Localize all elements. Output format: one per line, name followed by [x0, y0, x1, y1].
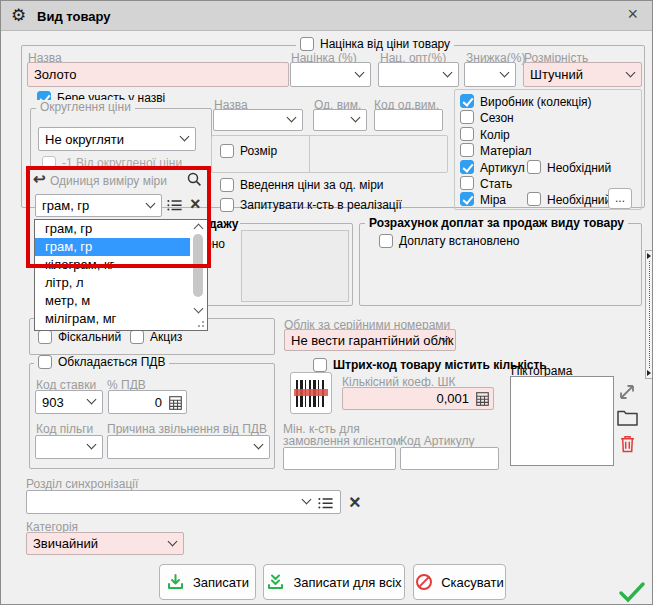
splitter-arrow-icon: [647, 253, 651, 259]
chevron-down-icon: [168, 536, 178, 546]
resize-grip[interactable]: [196, 319, 204, 327]
vat-checkbox[interactable]: [38, 355, 52, 369]
window-title: Вид товару: [37, 9, 110, 24]
scroll-up-icon[interactable]: [194, 224, 204, 234]
scroll-down-icon[interactable]: [194, 304, 204, 314]
barcode-button[interactable]: [290, 372, 332, 414]
chevron-down-icon: [355, 67, 365, 77]
exemption-reason-combo[interactable]: [107, 435, 270, 459]
chevron-down-icon: [287, 113, 297, 123]
rounding-combo[interactable]: Не округляти: [38, 127, 196, 151]
excise-checkbox[interactable]: Акциз: [130, 330, 182, 344]
required-checkbox[interactable]: [527, 160, 541, 174]
chevron-down-icon: [626, 67, 636, 77]
dropdown-item[interactable]: кілограм, кг: [35, 256, 190, 274]
min-qty-label-line2: замовлення клієнтом: [283, 434, 401, 448]
size-checkbox[interactable]: Розмір: [220, 144, 277, 158]
calculator-icon[interactable]: [169, 396, 182, 410]
save-for-all-button[interactable]: Записати для всіх: [263, 564, 405, 600]
dropdown-item[interactable]: грам, гр: [35, 238, 190, 256]
more-button[interactable]: ...: [608, 188, 632, 209]
calculator-icon[interactable]: [476, 392, 489, 406]
benefit-code-combo[interactable]: [35, 435, 103, 459]
chevron-down-icon: [351, 113, 361, 123]
sync-combo[interactable]: [26, 490, 341, 514]
sync-label: Розділ синхронізації: [26, 477, 138, 491]
required-checkbox[interactable]: [527, 192, 541, 206]
attribute-checkbox[interactable]: [460, 127, 474, 141]
attribute-row: Сезон: [455, 110, 641, 126]
product-type-dialog: ⚙ Вид товару × Націнка від ціни товару Н…: [0, 0, 653, 605]
attribute-label: Виробник (колекція): [480, 95, 592, 109]
rate-code-combo[interactable]: 903: [35, 390, 103, 414]
dropdown-scrollbar[interactable]: [191, 221, 206, 315]
back-arrow-icon[interactable]: ↩: [33, 171, 46, 186]
discount-combo[interactable]: [464, 62, 516, 87]
min-qty-field[interactable]: [283, 447, 396, 470]
attribute-checkbox[interactable]: [460, 94, 474, 108]
clear-sync-icon[interactable]: ×: [349, 492, 361, 512]
attribute-checkbox[interactable]: [460, 143, 474, 157]
surcharge-set-checkbox[interactable]: Доплату встановлено: [379, 234, 519, 248]
dimension-combo[interactable]: Штучний: [523, 62, 642, 87]
save-button[interactable]: Записати: [159, 564, 256, 600]
expand-icon[interactable]: [617, 382, 637, 402]
attribute-checkbox[interactable]: [460, 160, 474, 174]
exemption-reason-label: Причина звільнення від ПДВ: [107, 422, 267, 436]
coef-field[interactable]: 0,001: [342, 387, 494, 410]
category-combo[interactable]: Звичайний: [26, 532, 184, 555]
list-select-icon[interactable]: [167, 199, 183, 212]
cancel-button[interactable]: Скасувати: [413, 564, 506, 600]
mid-unit-combo[interactable]: [313, 109, 367, 131]
serial-combo[interactable]: Не вести гарантійний облік: [284, 329, 456, 351]
min-price-title-fragment: дажу: [207, 217, 240, 231]
required-label: Необхідний: [547, 193, 611, 207]
price-per-unit-checkbox[interactable]: Введення ціни за од. міри: [220, 178, 384, 192]
gear-icon: ⚙: [11, 5, 26, 26]
markup-from-price-checkbox[interactable]: [300, 37, 314, 51]
dropdown-item[interactable]: міліграм, мг: [35, 310, 190, 328]
splitter-arrow-icon: [647, 370, 651, 376]
vat-percent-field[interactable]: 0: [108, 390, 187, 414]
pictogram-image-box[interactable]: [510, 376, 614, 466]
splitter-handle[interactable]: [645, 250, 653, 379]
markup-from-price-label: Націнка від ціни товару: [320, 37, 450, 51]
unit-combo[interactable]: грам, гр: [35, 194, 162, 217]
attributes-box: Виробник (колекція)СезонКолірМатеріалАрт…: [454, 89, 642, 210]
attribute-label: Артикул: [480, 161, 525, 175]
dropdown-item[interactable]: грам, гр: [35, 220, 190, 238]
markup-combo[interactable]: [290, 62, 371, 87]
benefit-code-label: Код пільги: [36, 422, 93, 436]
scroll-thumb[interactable]: [193, 234, 203, 297]
save-icon: [166, 573, 185, 591]
markup-opt-combo[interactable]: [378, 62, 459, 87]
attribute-checkbox[interactable]: [460, 192, 474, 206]
attribute-checkbox[interactable]: [460, 110, 474, 124]
surcharge-group: Розрахунок доплат за продаж виду товару …: [359, 223, 642, 306]
search-icon[interactable]: [187, 172, 202, 187]
fiscal-checkbox[interactable]: Фіскальний: [38, 330, 121, 344]
clear-unit-icon[interactable]: ×: [190, 195, 201, 213]
close-icon[interactable]: ×: [627, 4, 638, 25]
attribute-row: Матеріал: [455, 143, 641, 159]
name-field[interactable]: Золото: [27, 62, 289, 87]
dropdown-item[interactable]: літр, л: [35, 274, 190, 292]
chevron-down-icon: [254, 440, 264, 450]
delete-trash-icon[interactable]: [620, 435, 635, 453]
attribute-row: МіраНеобхідний...: [455, 192, 641, 208]
chevron-down-icon: [146, 198, 156, 208]
attribute-row: Колір: [455, 127, 641, 143]
article-code-field[interactable]: [400, 447, 499, 470]
confirm-check-icon[interactable]: [618, 581, 646, 603]
attribute-checkbox[interactable]: [460, 176, 474, 190]
mid-unit-code-field[interactable]: [374, 109, 443, 131]
open-folder-icon[interactable]: [617, 410, 638, 426]
dropdown-item[interactable]: метр, м: [35, 292, 190, 310]
ask-qty-checkbox[interactable]: Запитувати к-сть в реалізації: [220, 198, 402, 212]
mid-name-combo[interactable]: [213, 109, 303, 131]
minus1-rounded-price-checkbox[interactable]: -1 Від округленої ціни: [42, 156, 182, 170]
chevron-down-icon: [87, 395, 97, 405]
list-select-icon[interactable]: [318, 497, 334, 510]
chevron-down-icon: [87, 440, 97, 450]
article-code-label: Код Артикулу: [400, 434, 474, 448]
